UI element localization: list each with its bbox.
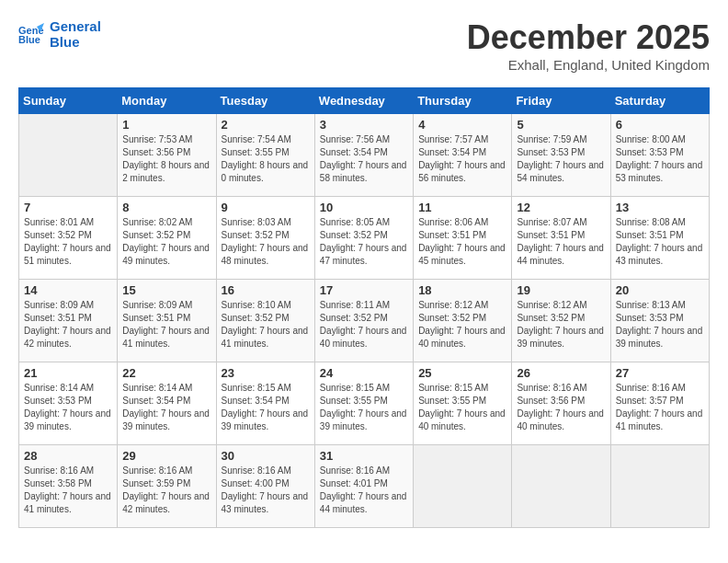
day-cell: 15Sunrise: 8:09 AM Sunset: 3:51 PM Dayli… [118,280,216,362]
day-number: 3 [320,118,408,132]
day-info: Sunrise: 8:12 AM Sunset: 3:52 PM Dayligh… [418,299,506,350]
day-info: Sunrise: 8:06 AM Sunset: 3:51 PM Dayligh… [418,216,506,268]
day-number: 14 [24,283,112,297]
day-info: Sunrise: 8:00 AM Sunset: 3:53 PM Dayligh… [616,133,704,185]
day-cell: 4Sunrise: 7:57 AM Sunset: 3:54 PM Daylig… [414,114,512,197]
day-number: 7 [24,201,112,214]
day-number: 20 [616,283,704,297]
day-number: 13 [616,201,704,214]
day-info: Sunrise: 8:14 AM Sunset: 3:53 PM Dayligh… [24,382,112,433]
day-cell [19,114,118,197]
day-cell: 20Sunrise: 8:13 AM Sunset: 3:53 PM Dayli… [610,280,709,362]
day-cell: 31Sunrise: 8:16 AM Sunset: 4:01 PM Dayli… [314,445,413,528]
day-cell [414,445,512,528]
day-number: 31 [320,449,408,463]
weekday-header-monday: Monday [118,88,216,114]
weekday-header-tuesday: Tuesday [216,88,314,114]
day-number: 5 [517,118,605,132]
day-number: 17 [320,283,408,297]
day-info: Sunrise: 7:56 AM Sunset: 3:54 PM Dayligh… [320,133,408,185]
day-number: 4 [418,118,506,132]
day-cell: 16Sunrise: 8:10 AM Sunset: 3:52 PM Dayli… [216,280,314,362]
day-info: Sunrise: 7:53 AM Sunset: 3:56 PM Dayligh… [122,133,210,185]
day-number: 29 [122,449,210,463]
subtitle: Exhall, England, United Kingdom [467,57,710,73]
day-cell: 18Sunrise: 8:12 AM Sunset: 3:52 PM Dayli… [414,280,512,362]
day-cell: 25Sunrise: 8:15 AM Sunset: 3:55 PM Dayli… [414,362,512,445]
week-row-5: 28Sunrise: 8:16 AM Sunset: 3:58 PM Dayli… [19,445,710,528]
day-number: 26 [517,366,605,380]
day-cell: 6Sunrise: 8:00 AM Sunset: 3:53 PM Daylig… [610,114,709,197]
day-info: Sunrise: 8:01 AM Sunset: 3:52 PM Dayligh… [24,216,112,268]
day-number: 25 [418,366,506,380]
day-cell: 17Sunrise: 8:11 AM Sunset: 3:52 PM Dayli… [314,280,413,362]
day-info: Sunrise: 8:14 AM Sunset: 3:54 PM Dayligh… [122,382,210,433]
day-cell [512,445,610,528]
month-title: December 2025 [467,18,710,57]
day-number: 11 [418,201,506,214]
day-number: 21 [24,366,112,380]
day-number: 2 [222,118,310,132]
day-info: Sunrise: 8:15 AM Sunset: 3:54 PM Dayligh… [222,382,310,433]
weekday-header-thursday: Thursday [414,88,512,114]
day-cell: 2Sunrise: 7:54 AM Sunset: 3:55 PM Daylig… [216,114,314,197]
day-cell: 7Sunrise: 8:01 AM Sunset: 3:52 PM Daylig… [19,197,118,280]
weekday-header-row: SundayMondayTuesdayWednesdayThursdayFrid… [19,88,710,114]
day-info: Sunrise: 8:12 AM Sunset: 3:52 PM Dayligh… [517,299,605,350]
day-number: 24 [320,366,408,380]
day-info: Sunrise: 8:15 AM Sunset: 3:55 PM Dayligh… [320,382,408,433]
day-cell: 3Sunrise: 7:56 AM Sunset: 3:54 PM Daylig… [314,114,413,197]
day-cell: 24Sunrise: 8:15 AM Sunset: 3:55 PM Dayli… [314,362,413,445]
day-number: 27 [616,366,704,380]
day-number: 12 [517,201,605,214]
day-cell: 12Sunrise: 8:07 AM Sunset: 3:51 PM Dayli… [512,197,610,280]
day-info: Sunrise: 8:09 AM Sunset: 3:51 PM Dayligh… [24,299,112,350]
day-info: Sunrise: 7:54 AM Sunset: 3:55 PM Dayligh… [222,133,310,185]
day-info: Sunrise: 8:16 AM Sunset: 4:01 PM Dayligh… [320,465,408,516]
day-info: Sunrise: 8:11 AM Sunset: 3:52 PM Dayligh… [320,299,408,350]
day-cell: 1Sunrise: 7:53 AM Sunset: 3:56 PM Daylig… [118,114,216,197]
day-info: Sunrise: 8:07 AM Sunset: 3:51 PM Dayligh… [517,216,605,268]
day-cell: 21Sunrise: 8:14 AM Sunset: 3:53 PM Dayli… [19,362,118,445]
day-info: Sunrise: 8:13 AM Sunset: 3:53 PM Dayligh… [616,299,704,350]
day-number: 6 [616,118,704,132]
logo: General Blue General Blue [18,18,101,50]
weekday-header-sunday: Sunday [19,88,118,114]
day-cell: 10Sunrise: 8:05 AM Sunset: 3:52 PM Dayli… [314,197,413,280]
logo-line1: General [50,18,101,34]
week-row-1: 1Sunrise: 7:53 AM Sunset: 3:56 PM Daylig… [19,114,710,197]
day-info: Sunrise: 8:02 AM Sunset: 3:52 PM Dayligh… [122,216,210,268]
day-info: Sunrise: 8:09 AM Sunset: 3:51 PM Dayligh… [122,299,210,350]
day-number: 8 [122,201,210,214]
day-cell: 26Sunrise: 8:16 AM Sunset: 3:56 PM Dayli… [512,362,610,445]
day-info: Sunrise: 7:57 AM Sunset: 3:54 PM Dayligh… [418,133,506,185]
week-row-3: 14Sunrise: 8:09 AM Sunset: 3:51 PM Dayli… [19,280,710,362]
day-cell: 28Sunrise: 8:16 AM Sunset: 3:58 PM Dayli… [19,445,118,528]
svg-text:Blue: Blue [18,34,40,45]
day-info: Sunrise: 8:16 AM Sunset: 4:00 PM Dayligh… [222,465,310,516]
day-info: Sunrise: 8:16 AM Sunset: 3:56 PM Dayligh… [517,382,605,433]
day-info: Sunrise: 7:59 AM Sunset: 3:53 PM Dayligh… [517,133,605,185]
day-info: Sunrise: 8:16 AM Sunset: 3:58 PM Dayligh… [24,465,112,516]
day-cell: 19Sunrise: 8:12 AM Sunset: 3:52 PM Dayli… [512,280,610,362]
day-number: 28 [24,449,112,463]
day-number: 19 [517,283,605,297]
calendar-table: SundayMondayTuesdayWednesdayThursdayFrid… [18,87,710,528]
week-row-4: 21Sunrise: 8:14 AM Sunset: 3:53 PM Dayli… [19,362,710,445]
title-area: December 2025 Exhall, England, United Ki… [467,18,710,73]
day-info: Sunrise: 8:05 AM Sunset: 3:52 PM Dayligh… [320,216,408,268]
day-info: Sunrise: 8:10 AM Sunset: 3:52 PM Dayligh… [222,299,310,350]
day-cell: 27Sunrise: 8:16 AM Sunset: 3:57 PM Dayli… [610,362,709,445]
day-cell: 5Sunrise: 7:59 AM Sunset: 3:53 PM Daylig… [512,114,610,197]
day-cell: 8Sunrise: 8:02 AM Sunset: 3:52 PM Daylig… [118,197,216,280]
day-number: 22 [122,366,210,380]
day-number: 1 [122,118,210,132]
logo-line2: Blue [50,34,101,50]
day-number: 10 [320,201,408,214]
day-number: 16 [222,283,310,297]
day-info: Sunrise: 8:08 AM Sunset: 3:51 PM Dayligh… [616,216,704,268]
logo-icon: General Blue [18,23,44,45]
day-cell: 9Sunrise: 8:03 AM Sunset: 3:52 PM Daylig… [216,197,314,280]
day-cell: 30Sunrise: 8:16 AM Sunset: 4:00 PM Dayli… [216,445,314,528]
day-number: 30 [222,449,310,463]
